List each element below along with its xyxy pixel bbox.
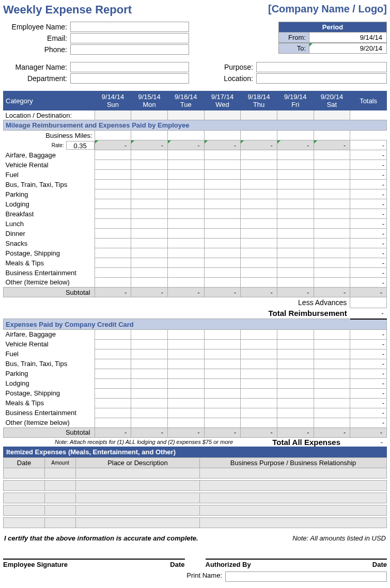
cell[interactable]	[167, 408, 204, 418]
cell[interactable]	[131, 388, 168, 398]
cell[interactable]	[314, 219, 350, 229]
cell[interactable]	[277, 229, 314, 239]
cell[interactable]	[314, 209, 350, 219]
cell[interactable]	[277, 150, 314, 160]
cell[interactable]	[131, 418, 168, 427]
cell[interactable]	[167, 150, 204, 160]
cell[interactable]	[241, 398, 277, 408]
cell[interactable]	[241, 209, 277, 219]
cell[interactable]	[204, 219, 241, 229]
cell[interactable]	[314, 160, 350, 170]
cell[interactable]	[95, 268, 131, 278]
cell[interactable]	[131, 369, 168, 378]
cell[interactable]	[204, 248, 241, 258]
loc-cell[interactable]	[204, 110, 241, 120]
cell[interactable]	[204, 349, 241, 359]
cell[interactable]	[95, 359, 131, 369]
cell[interactable]	[241, 278, 277, 288]
cell[interactable]	[167, 180, 204, 189]
cell[interactable]	[131, 229, 168, 239]
cell[interactable]	[95, 219, 131, 229]
cell[interactable]	[277, 248, 314, 258]
loc-cell[interactable]	[277, 110, 314, 120]
cell[interactable]	[314, 408, 350, 418]
cell[interactable]	[95, 369, 131, 378]
cell[interactable]	[204, 329, 241, 339]
cell[interactable]	[241, 339, 277, 349]
loc-cell[interactable]	[241, 110, 277, 120]
itemized-row[interactable]	[4, 480, 387, 490]
rate-value[interactable]: 0.35	[66, 141, 95, 150]
cell[interactable]	[241, 170, 277, 180]
cell[interactable]	[131, 248, 168, 258]
cell[interactable]	[314, 229, 350, 239]
cell[interactable]	[131, 258, 168, 268]
cell[interactable]	[204, 239, 241, 248]
cell[interactable]	[241, 329, 277, 339]
cell[interactable]	[95, 199, 131, 209]
cell[interactable]	[167, 329, 204, 339]
cell[interactable]	[204, 278, 241, 288]
cell[interactable]	[131, 160, 168, 170]
cell[interactable]	[241, 189, 277, 199]
cell[interactable]	[95, 189, 131, 199]
cell[interactable]	[95, 229, 131, 239]
cell[interactable]	[204, 258, 241, 268]
manager-input[interactable]	[70, 62, 189, 72]
cell[interactable]	[131, 278, 168, 288]
cell[interactable]	[314, 339, 350, 349]
cell[interactable]	[204, 268, 241, 278]
cell[interactable]	[314, 199, 350, 209]
cell[interactable]	[277, 388, 314, 398]
cell[interactable]	[314, 349, 350, 359]
cell[interactable]	[95, 339, 131, 349]
cell[interactable]	[204, 150, 241, 160]
cell[interactable]	[241, 369, 277, 378]
cell[interactable]	[167, 248, 204, 258]
cell[interactable]	[95, 248, 131, 258]
cell[interactable]	[314, 180, 350, 189]
cell[interactable]	[241, 349, 277, 359]
cell[interactable]	[241, 418, 277, 427]
cell[interactable]	[95, 418, 131, 427]
itemized-row[interactable]	[4, 492, 387, 503]
cell[interactable]	[131, 378, 168, 388]
loc-cell[interactable]	[131, 110, 168, 120]
cell[interactable]	[131, 339, 168, 349]
cell[interactable]	[314, 131, 350, 140]
cell[interactable]	[131, 209, 168, 219]
cell[interactable]	[314, 170, 350, 180]
purpose-input[interactable]	[256, 62, 387, 72]
cell[interactable]	[95, 398, 131, 408]
cell[interactable]	[167, 239, 204, 248]
cell[interactable]	[167, 131, 204, 140]
cell[interactable]	[131, 329, 168, 339]
cell[interactable]	[277, 131, 314, 140]
cell[interactable]	[277, 359, 314, 369]
cell[interactable]	[167, 418, 204, 427]
cell[interactable]	[241, 150, 277, 160]
cell[interactable]	[204, 359, 241, 369]
cell[interactable]	[167, 219, 204, 229]
cell[interactable]	[241, 378, 277, 388]
cell[interactable]	[241, 388, 277, 398]
cell[interactable]	[204, 418, 241, 427]
cell[interactable]	[204, 131, 241, 140]
cell[interactable]	[241, 258, 277, 268]
cell[interactable]	[277, 329, 314, 339]
cell[interactable]	[241, 131, 277, 140]
cell[interactable]	[167, 378, 204, 388]
loc-cell[interactable]	[167, 110, 204, 120]
cell[interactable]	[277, 189, 314, 199]
cell[interactable]	[277, 369, 314, 378]
cell[interactable]	[95, 170, 131, 180]
cell[interactable]	[131, 131, 168, 140]
cell[interactable]	[314, 189, 350, 199]
itemized-row[interactable]	[4, 517, 387, 528]
cell[interactable]	[167, 369, 204, 378]
cell[interactable]	[131, 199, 168, 209]
cell[interactable]	[95, 278, 131, 288]
cell[interactable]	[204, 229, 241, 239]
cell[interactable]	[95, 239, 131, 248]
cell[interactable]	[131, 219, 168, 229]
